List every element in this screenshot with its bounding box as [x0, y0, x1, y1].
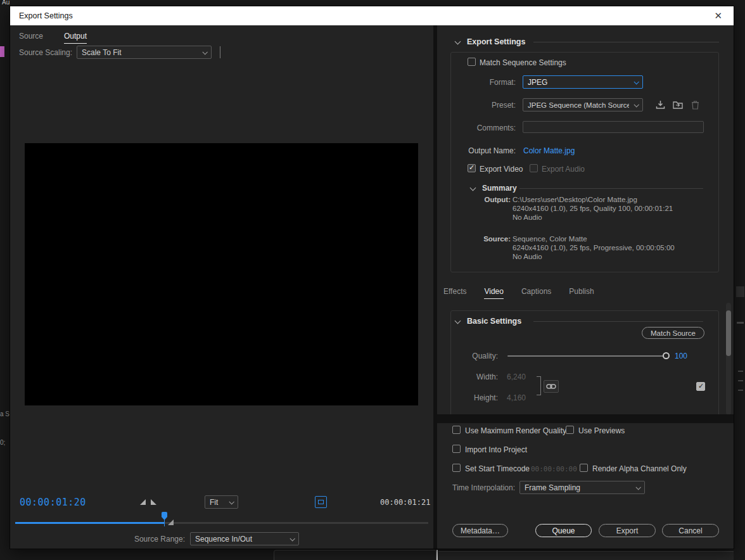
link-dimensions-icon[interactable]	[544, 380, 559, 393]
set-in-point-icon[interactable]	[140, 499, 146, 505]
save-preset-icon[interactable]	[654, 98, 666, 111]
playhead-stem	[164, 519, 165, 526]
background-fragment	[737, 322, 744, 324]
export-audio-checkbox	[530, 164, 538, 172]
tab-publish[interactable]: Publish	[569, 287, 594, 299]
zoom-level-select[interactable]: Fit	[205, 495, 238, 509]
use-max-render-quality-checkbox[interactable]	[452, 426, 461, 434]
summary-source-line: No Audio	[513, 252, 675, 261]
chevron-down-icon	[634, 102, 639, 107]
quality-slider-track[interactable]	[507, 355, 667, 357]
preview-panel: Source Output Source Scaling: Scale To F…	[10, 25, 433, 549]
export-settings-dialog: Export Settings ✕ Source Output Source S…	[10, 6, 734, 549]
chevron-down-icon	[635, 485, 640, 490]
cancel-button[interactable]: Cancel	[662, 524, 719, 537]
quality-value[interactable]: 100	[675, 352, 687, 360]
chevron-down-icon	[229, 499, 234, 504]
format-select[interactable]: JPEG	[523, 75, 643, 89]
section-divider	[437, 414, 734, 423]
settings-tabbar: Effects Video Captions Publish	[443, 287, 594, 299]
header-rule	[519, 188, 703, 189]
width-value: 6,240	[507, 372, 526, 381]
background-divider-fragment	[436, 550, 438, 560]
dimension-bracket	[537, 376, 541, 395]
metadata-button[interactable]: Metadata…	[452, 524, 508, 537]
export-video-checkbox[interactable]	[468, 164, 476, 172]
tab-output[interactable]: Output	[64, 32, 87, 44]
video-preview	[25, 143, 418, 405]
summary-source: Source: Sequence, Color Matte 6240x4160 …	[437, 234, 716, 261]
constrain-checkbox[interactable]	[696, 382, 705, 391]
background-scrollbar-fragment	[736, 286, 744, 297]
summary-block: Output: C:\Users\user\Desktop\Color Matt…	[437, 195, 716, 261]
height-value: 4,160	[507, 393, 526, 402]
output-name-link[interactable]: Color Matte.jpg	[523, 146, 575, 155]
summary-output-line: C:\Users\user\Desktop\Color Matte.jpg	[513, 195, 673, 204]
preset-label: Preset:	[437, 101, 516, 110]
header-rule	[533, 321, 703, 322]
match-source-button[interactable]: Match Source	[642, 327, 704, 339]
current-timecode[interactable]: 00:00:01:20	[20, 497, 86, 508]
background-panel-fragment	[438, 551, 734, 560]
export-button[interactable]: Export	[599, 524, 656, 537]
summary-source-line: 6240x4160 (1.0), 25 fps, Progressive, 00…	[513, 243, 675, 252]
summary-output-line: 6240x4160 (1.0), 25 fps, Quality 100, 00…	[513, 204, 673, 213]
out-point-marker-icon	[168, 519, 174, 525]
height-label: Height:	[437, 393, 498, 402]
tab-video[interactable]: Video	[484, 287, 503, 299]
source-scaling-label: Source Scaling:	[19, 48, 72, 57]
settings-scrollbar-thumb[interactable]	[726, 310, 731, 356]
dialog-body: Source Output Source Scaling: Scale To F…	[10, 25, 734, 549]
source-scaling-select[interactable]: Scale To Fit	[77, 46, 212, 59]
tab-source[interactable]: Source	[19, 32, 43, 44]
scrubber-progress	[15, 522, 165, 524]
background-panel-fragment	[274, 550, 436, 560]
set-start-timecode-checkbox[interactable]	[452, 464, 461, 472]
format-label: Format:	[437, 78, 516, 87]
time-interpolation-label: Time Interpolation:	[437, 483, 515, 492]
comments-input[interactable]	[523, 121, 704, 133]
tab-captions[interactable]: Captions	[521, 287, 551, 299]
chevron-down-icon[interactable]	[455, 39, 461, 45]
pane-splitter-handle[interactable]	[220, 46, 220, 58]
quality-slider-knob[interactable]	[663, 352, 670, 359]
duration-timecode: 00:00:01:21	[380, 498, 430, 507]
queue-button[interactable]: Queue	[535, 524, 592, 537]
tab-effects[interactable]: Effects	[443, 287, 466, 299]
match-sequence-settings-checkbox[interactable]	[468, 58, 476, 66]
close-icon[interactable]: ✕	[711, 10, 725, 22]
settings-panel: Export Settings Match Sequence Settings …	[437, 25, 734, 549]
source-range-label: Source Range:	[86, 535, 185, 544]
crop-proportions-icon[interactable]	[315, 496, 327, 508]
source-range-select[interactable]: Sequence In/Out	[190, 532, 299, 545]
import-preset-icon[interactable]	[672, 98, 684, 111]
export-video-label: Export Video	[480, 165, 523, 174]
start-timecode-value: 00:00:00:00	[531, 465, 577, 473]
summary-output-line: No Audio	[513, 213, 673, 222]
summary-source-line: Sequence, Color Matte	[513, 234, 675, 243]
comments-label: Comments:	[437, 124, 516, 132]
background-fragment	[738, 390, 743, 391]
export-audio-label: Export Audio	[542, 165, 585, 174]
set-out-point-icon[interactable]	[151, 499, 156, 505]
quality-label: Quality:	[437, 352, 498, 360]
use-previews-label: Use Previews	[578, 426, 625, 435]
chevron-down-icon	[202, 49, 207, 54]
output-name-label: Output Name:	[437, 146, 516, 155]
basic-settings-header: Basic Settings	[467, 317, 521, 326]
match-sequence-settings-label: Match Sequence Settings	[480, 58, 566, 67]
use-previews-checkbox[interactable]	[566, 426, 574, 434]
dialog-title: Export Settings	[19, 11, 73, 20]
summary-output: Output: C:\Users\user\Desktop\Color Matt…	[437, 195, 716, 222]
set-start-timecode-label: Set Start Timecode	[465, 464, 530, 473]
use-max-render-quality-label: Use Maximum Render Quality	[465, 426, 566, 435]
background-fragment	[738, 380, 743, 381]
time-interpolation-select[interactable]: Frame Sampling	[519, 481, 645, 494]
render-alpha-only-label: Render Alpha Channel Only	[592, 464, 687, 473]
preset-select[interactable]: JPEG Sequence (Match Source)	[523, 98, 643, 111]
dialog-titlebar: Export Settings ✕	[10, 6, 734, 25]
render-alpha-only-checkbox[interactable]	[580, 464, 588, 472]
delete-preset-icon[interactable]	[690, 98, 700, 111]
background-color-swatch-fragment	[0, 46, 4, 57]
import-into-project-checkbox[interactable]	[452, 445, 461, 453]
